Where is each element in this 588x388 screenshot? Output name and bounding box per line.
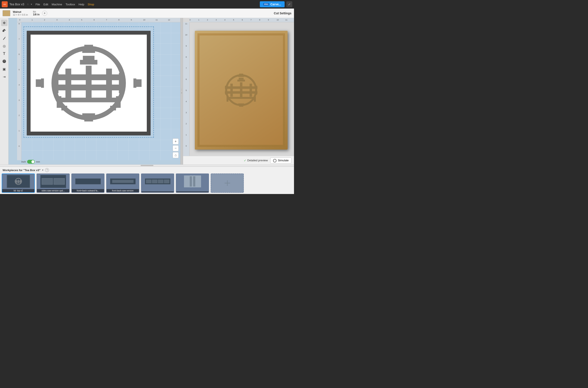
svg-rect-51 bbox=[15, 183, 21, 183]
bit-info: Bit: 1/8 in bbox=[33, 10, 40, 16]
board-inner bbox=[197, 33, 285, 147]
workpieces-section: Workpieces for "Tea Box v3" ▾ ? bbox=[0, 166, 294, 194]
svg-rect-30 bbox=[238, 76, 244, 77]
svg-rect-41 bbox=[227, 97, 229, 102]
tool-move[interactable]: ✥ bbox=[1, 20, 7, 26]
svg-rect-40 bbox=[255, 86, 257, 95]
workpiece-thumb-5[interactable] bbox=[141, 173, 174, 193]
zoom-home-button[interactable]: ⌂ bbox=[173, 152, 179, 158]
star-icon[interactable]: ☆ bbox=[27, 3, 29, 6]
tool-text[interactable]: T bbox=[1, 50, 7, 57]
svg-rect-24 bbox=[61, 106, 67, 110]
menu-help[interactable]: Help bbox=[79, 3, 84, 6]
canvas-controls: + − ⌂ bbox=[173, 139, 179, 158]
svg-rect-38 bbox=[228, 97, 255, 99]
board-3d bbox=[195, 31, 288, 149]
horizontal-scrollbar[interactable] bbox=[141, 165, 153, 166]
workpiece-thumb-lid-top[interactable]: lid- top v2 bbox=[2, 173, 35, 193]
workpiece-thumb-6[interactable] bbox=[176, 173, 209, 193]
add-workpiece-button[interactable] bbox=[211, 173, 244, 193]
canvas-grid[interactable] bbox=[21, 22, 180, 160]
menu-edit[interactable]: Edit bbox=[43, 3, 48, 6]
menu-toolbox[interactable]: Toolbox bbox=[66, 3, 75, 6]
workpieces-title: Workpieces for "Tea Box v3" bbox=[2, 169, 40, 172]
thumb-6-design bbox=[184, 175, 201, 187]
workpiece-thumb-sides[interactable]: sides-saw-version-upd... bbox=[37, 173, 70, 193]
preview-area: 0 1 2 3 4 5 6 7 8 9 10 11 11 10 9 8 7 6 bbox=[183, 18, 294, 156]
svg-rect-6 bbox=[84, 45, 93, 50]
tool-shapes[interactable] bbox=[1, 27, 7, 34]
thumb-sides-design bbox=[40, 175, 66, 188]
svg-rect-43 bbox=[237, 80, 245, 82]
svg-rect-26 bbox=[80, 60, 98, 65]
svg-rect-13 bbox=[133, 78, 136, 88]
tool-import[interactable]: ⇥ bbox=[1, 73, 7, 80]
chevron-down-icon[interactable]: ▾ bbox=[31, 3, 32, 6]
svg-line-2 bbox=[5, 37, 5, 37]
svg-rect-9 bbox=[82, 113, 95, 116]
thumb-shou-icon bbox=[12, 177, 25, 186]
expand-button[interactable]: ⤢ bbox=[286, 1, 292, 7]
workpieces-header: Workpieces for "Tea Box v3" ▾ ? bbox=[0, 167, 294, 173]
detailed-preview-label: Detailed preview bbox=[247, 159, 268, 162]
material-swatch[interactable] bbox=[2, 10, 10, 16]
tool-pen[interactable] bbox=[1, 35, 7, 42]
svg-rect-37 bbox=[240, 82, 242, 98]
workpieces-help-button[interactable]: ? bbox=[45, 168, 49, 172]
zoom-in-button[interactable]: + bbox=[173, 139, 179, 145]
panel-separator[interactable]: ⋮ » bbox=[180, 18, 183, 165]
simulate-button[interactable]: Simulate bbox=[270, 157, 292, 164]
tool-image[interactable] bbox=[1, 58, 7, 65]
simulate-label: Simulate bbox=[278, 159, 289, 162]
preview-ruler-horizontal: 0 1 2 3 4 5 6 7 8 9 10 11 bbox=[190, 18, 294, 22]
thumb-5-design bbox=[145, 178, 171, 184]
detailed-preview-button[interactable]: ✓ Detailed preview bbox=[244, 159, 268, 162]
unit-toggle: Inch mm bbox=[21, 160, 40, 164]
preview-bg bbox=[190, 22, 294, 156]
svg-rect-25 bbox=[110, 106, 116, 110]
design-interior bbox=[30, 35, 147, 132]
bit-value: 1/8 in bbox=[33, 13, 40, 16]
svg-rect-35 bbox=[230, 84, 233, 97]
svg-marker-1 bbox=[2, 29, 6, 30]
cut-settings-button[interactable]: Cut Settings bbox=[274, 12, 292, 15]
tool-3d[interactable]: ▣ bbox=[1, 66, 7, 72]
svg-rect-32 bbox=[238, 103, 244, 104]
canvas-area: 0 1 2 3 4 5 6 7 8 9 10 11 12 8 7 6 5 4 3 bbox=[9, 18, 180, 165]
svg-rect-20 bbox=[54, 73, 59, 93]
thumb-saw-design bbox=[110, 178, 136, 184]
svg-rect-31 bbox=[239, 104, 243, 107]
thumb-lid-design bbox=[7, 175, 30, 188]
app-logo[interactable]: CC bbox=[2, 1, 8, 7]
scrollbar-area bbox=[0, 165, 294, 166]
menu-shop[interactable]: Shop bbox=[88, 3, 94, 6]
svg-rect-39 bbox=[225, 86, 227, 95]
svg-rect-17 bbox=[106, 69, 112, 98]
material-name: Walnut bbox=[13, 10, 28, 13]
carve-button[interactable]: PRO Carve... bbox=[260, 1, 285, 7]
svg-rect-23 bbox=[116, 96, 121, 108]
toggle-knob bbox=[31, 160, 34, 163]
thumb-front-design bbox=[75, 178, 101, 184]
workpiece-thumb-front-back-saw[interactable]: front-back-saw-version bbox=[106, 173, 139, 193]
tool-target[interactable]: ◎ bbox=[1, 43, 7, 49]
left-sidebar: ✥ ◎ T ▣ ⇥ bbox=[0, 18, 9, 165]
svg-rect-21 bbox=[119, 73, 123, 93]
material-dims: 12 × 8 × 0.5 in bbox=[13, 13, 28, 16]
svg-rect-11 bbox=[41, 78, 44, 88]
add-material-button[interactable]: + bbox=[42, 11, 47, 16]
workpiece-label-1: sides-saw-version-upd... bbox=[37, 189, 69, 192]
unit-toggle-switch[interactable] bbox=[27, 160, 35, 164]
workpieces-dropdown-icon[interactable]: ▾ bbox=[42, 169, 43, 171]
workpiece-label-4 bbox=[142, 192, 174, 192]
unit-mm-label: mm bbox=[36, 160, 40, 163]
zoom-out-button[interactable]: − bbox=[173, 145, 179, 151]
svg-point-4 bbox=[3, 60, 5, 62]
preview-ruler-vertical: 11 10 9 8 7 6 5 4 3 2 1 0 bbox=[183, 22, 190, 156]
design-frame[interactable] bbox=[27, 31, 151, 135]
workpiece-thumb-front-back-outward[interactable]: front+back outward fa... bbox=[71, 173, 104, 193]
menu-file[interactable]: File bbox=[35, 3, 40, 6]
svg-rect-10 bbox=[36, 79, 41, 87]
menu-machine[interactable]: Machine bbox=[52, 3, 62, 6]
svg-rect-27 bbox=[83, 56, 95, 60]
